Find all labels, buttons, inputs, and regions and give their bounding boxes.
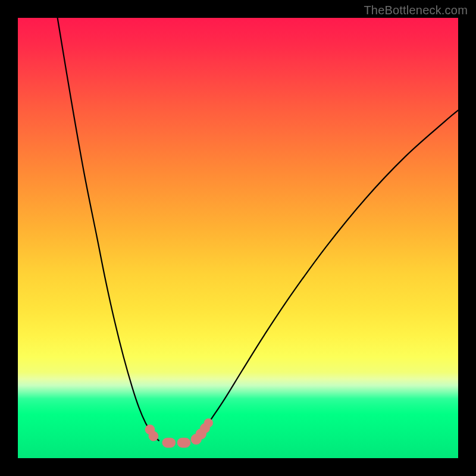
data-marker <box>149 431 158 441</box>
plot-area <box>18 18 458 458</box>
left-curve <box>58 18 159 440</box>
chart-svg <box>18 18 458 458</box>
watermark-text: TheBottleneck.com <box>364 4 468 17</box>
data-marker <box>162 438 176 447</box>
right-curve <box>194 110 458 440</box>
markers-group <box>145 418 213 447</box>
chart-frame: TheBottleneck.com <box>0 0 476 476</box>
data-marker <box>177 438 190 447</box>
data-marker <box>204 418 213 427</box>
